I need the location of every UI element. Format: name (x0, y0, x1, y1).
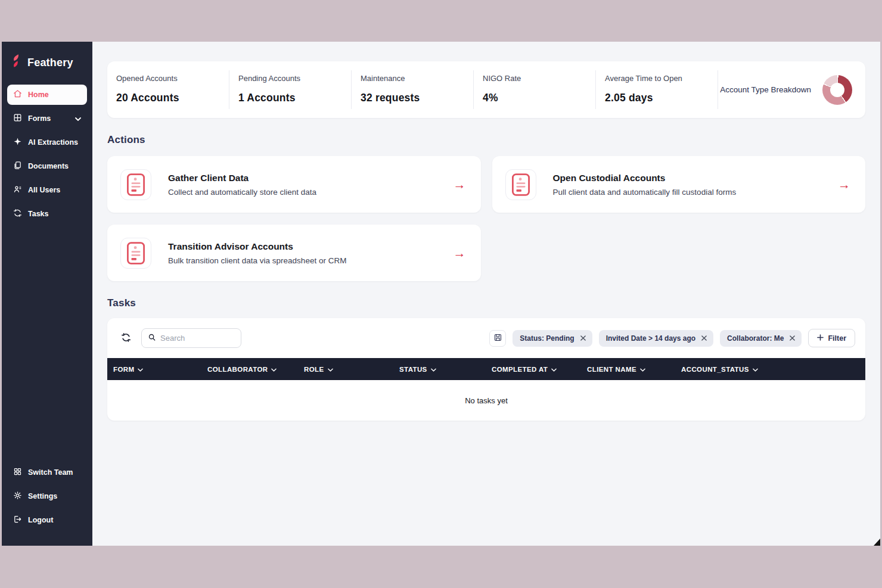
sidebar-item-label: All Users (28, 186, 60, 194)
filter-chip-status[interactable]: Status: Pending (513, 330, 592, 347)
refresh-icon (121, 332, 131, 344)
breakdown-label: Account Type Breakdown (720, 85, 811, 94)
action-card-transition-advisor-accounts[interactable]: Transition Advisor Accounts Bulk transit… (107, 225, 481, 281)
sidebar-item-settings[interactable]: Settings (7, 486, 87, 506)
stat-value: 20 Accounts (116, 92, 229, 104)
close-icon[interactable] (790, 335, 795, 341)
tasks-empty-state: No tasks yet (107, 380, 865, 421)
column-label: CLIENT NAME (587, 366, 636, 373)
column-header-account-status[interactable]: ACCOUNT_STATUS (681, 366, 865, 373)
arrow-right-icon[interactable]: → (454, 178, 466, 191)
chip-label: Status: Pending (520, 334, 574, 343)
sidebar-item-label: Tasks (28, 210, 49, 218)
form-document-icon (120, 238, 151, 269)
sidebar-item-home[interactable]: Home (7, 85, 87, 105)
column-label: ROLE (304, 366, 324, 373)
sidebar-item-logout[interactable]: Logout (7, 510, 87, 530)
sidebar-item-documents[interactable]: Documents (7, 156, 87, 176)
arrow-right-icon[interactable]: → (838, 178, 850, 191)
stats-bar: Opened Accounts 20 Accounts Pending Acco… (107, 61, 865, 118)
action-title: Open Custodial Accounts (553, 173, 838, 183)
sidebar-item-label: Home (28, 91, 49, 99)
app-window: Feathery Home Forms (2, 42, 880, 546)
actions-heading: Actions (107, 134, 865, 146)
grid-icon (13, 467, 22, 478)
sidebar-nav: Home Forms AI Extractions (2, 85, 92, 224)
stat-value: 32 requests (361, 92, 474, 104)
search-icon (148, 333, 156, 344)
sidebar: Feathery Home Forms (2, 42, 92, 546)
stat-label: Pending Accounts (238, 74, 352, 83)
sidebar-item-forms[interactable]: Forms (7, 108, 87, 129)
tasks-toolbar: Status: Pending Invited Date > 14 days a… (107, 318, 865, 358)
action-card-open-custodial-accounts[interactable]: Open Custodial Accounts Pull client data… (492, 156, 866, 213)
sidebar-item-label: AI Extractions (28, 138, 78, 147)
tasks-heading: Tasks (107, 297, 865, 309)
column-label: COMPLETED AT (492, 366, 548, 373)
stat-value: 4% (483, 92, 596, 104)
stat-value: 1 Accounts (238, 92, 352, 104)
save-view-button[interactable] (489, 330, 506, 347)
form-document-icon (505, 169, 536, 200)
refresh-button[interactable] (121, 332, 131, 344)
account-type-breakdown: Account Type Breakdown (718, 61, 865, 118)
action-title: Transition Advisor Accounts (168, 241, 454, 252)
close-icon[interactable] (580, 335, 586, 341)
stat-opened-accounts: Opened Accounts 20 Accounts (107, 61, 229, 118)
search-input[interactable] (160, 334, 235, 343)
form-document-icon (120, 169, 151, 200)
stat-average-time-to-open: Average Time to Open 2.05 days (596, 61, 718, 118)
sidebar-item-tasks[interactable]: Tasks (7, 204, 87, 224)
add-filter-button[interactable]: Filter (808, 329, 855, 347)
chevron-down-icon (431, 366, 436, 373)
stat-label: Average Time to Open (605, 74, 718, 83)
logout-icon (13, 515, 22, 525)
filter-button-label: Filter (828, 334, 846, 343)
sidebar-item-label: Settings (28, 492, 57, 500)
chevron-down-icon (75, 114, 81, 123)
tasks-panel: Status: Pending Invited Date > 14 days a… (107, 318, 865, 421)
chip-label: Collaborator: Me (727, 334, 784, 343)
close-icon[interactable] (701, 335, 707, 341)
gear-icon (13, 491, 22, 502)
chip-label: Invited Date > 14 days ago (606, 334, 695, 343)
action-title: Gather Client Data (168, 173, 454, 183)
column-label: FORM (113, 366, 134, 373)
stat-pending-accounts: Pending Accounts 1 Accounts (229, 61, 352, 118)
sidebar-item-ai-extractions[interactable]: AI Extractions (7, 132, 87, 153)
column-header-status[interactable]: STATUS (399, 366, 492, 373)
chevron-down-icon (271, 366, 277, 373)
action-texts: Open Custodial Accounts Pull client data… (553, 173, 838, 197)
column-label: STATUS (399, 366, 427, 373)
column-header-form[interactable]: FORM (113, 366, 207, 373)
documents-icon (13, 161, 22, 172)
main-content: Opened Accounts 20 Accounts Pending Acco… (92, 42, 880, 546)
action-card-gather-client-data[interactable]: Gather Client Data Collect and automatic… (107, 156, 481, 213)
chevron-down-icon (551, 366, 557, 373)
stat-label: NIGO Rate (483, 74, 596, 83)
column-label: ACCOUNT_STATUS (681, 366, 749, 373)
forms-icon (13, 113, 22, 124)
arrow-right-icon[interactable]: → (454, 247, 466, 259)
search-box (141, 328, 241, 348)
sidebar-item-switch-team[interactable]: Switch Team (7, 462, 87, 483)
toolbar-right: Status: Pending Invited Date > 14 days a… (489, 329, 855, 347)
sidebar-item-label: Forms (28, 114, 51, 123)
users-icon (13, 185, 22, 195)
column-header-role[interactable]: ROLE (304, 366, 399, 373)
column-header-completed-at[interactable]: COMPLETED AT (492, 366, 587, 373)
column-header-collaborator[interactable]: COLLABORATOR (207, 366, 304, 373)
column-label: COLLABORATOR (207, 366, 268, 373)
home-icon (13, 89, 22, 100)
sidebar-item-label: Logout (28, 516, 53, 524)
column-header-client-name[interactable]: CLIENT NAME (587, 366, 681, 373)
stat-maintenance: Maintenance 32 requests (352, 61, 474, 118)
tasks-table-header: FORM COLLABORATOR ROLE STATUS COMPLETED … (107, 358, 865, 380)
sidebar-item-all-users[interactable]: All Users (7, 180, 87, 200)
filter-chip-collaborator[interactable]: Collaborator: Me (720, 330, 802, 347)
action-texts: Gather Client Data Collect and automatic… (168, 173, 454, 197)
actions-grid: Gather Client Data Collect and automatic… (107, 156, 865, 281)
chevron-down-icon (328, 366, 333, 373)
filter-chip-invited-date[interactable]: Invited Date > 14 days ago (599, 330, 713, 347)
plus-icon (817, 334, 824, 343)
